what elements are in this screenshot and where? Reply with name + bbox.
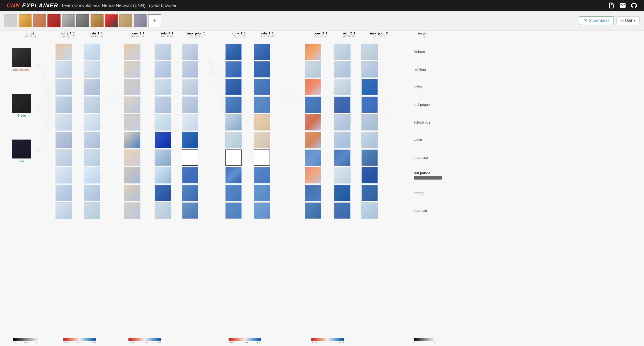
fmap-conv22-3[interactable]	[305, 97, 321, 113]
fmap-conv11-3[interactable]	[56, 97, 72, 113]
fmap-relu11-1[interactable]	[84, 61, 100, 78]
fmap-relu22-1[interactable]	[334, 61, 350, 78]
fmap-relu22-4[interactable]	[334, 114, 350, 131]
fmap-conv12-3[interactable]	[124, 97, 140, 113]
fmap-maxpool1-1[interactable]	[182, 61, 198, 78]
fmap-conv22-5[interactable]	[305, 132, 321, 148]
fmap-conv21-5[interactable]	[225, 132, 242, 148]
fmap-maxpool1-0[interactable]	[182, 44, 198, 60]
fmap-maxpool1-9[interactable]	[182, 202, 198, 219]
fmap-conv11-4[interactable]	[56, 114, 72, 131]
fmap-relu21-4[interactable]	[254, 114, 270, 131]
fmap-conv22-4[interactable]	[305, 114, 321, 131]
fmap-relu12-9[interactable]	[154, 202, 171, 219]
fmap-relu22-6[interactable]	[334, 149, 350, 166]
fmap-conv11-5[interactable]	[56, 132, 72, 148]
fmap-conv22-7[interactable]	[305, 167, 321, 183]
fmap-conv12-1[interactable]	[124, 61, 140, 78]
fmap-conv22-1[interactable]	[305, 61, 321, 78]
fmap-conv11-1[interactable]	[56, 61, 72, 78]
fmap-maxpool2-1[interactable]	[362, 61, 378, 78]
fmap-conv12-2[interactable]	[124, 79, 140, 95]
fmap-maxpool2-8[interactable]	[362, 185, 378, 201]
fmap-conv12-5[interactable]	[124, 132, 140, 148]
fmap-maxpool2-2[interactable]	[362, 79, 378, 95]
fmap-maxpool2-5[interactable]	[362, 132, 378, 148]
fmap-conv22-8[interactable]	[305, 185, 321, 201]
fmap-conv21-1[interactable]	[225, 61, 242, 78]
fmap-relu21-0[interactable]	[254, 44, 270, 60]
fmap-maxpool1-8[interactable]	[182, 185, 198, 201]
fmap-conv11-2[interactable]	[56, 79, 72, 95]
fmap-maxpool1-4[interactable]	[182, 114, 198, 131]
fmap-conv12-4[interactable]	[124, 114, 140, 131]
fmap-maxpool2-4[interactable]	[362, 114, 378, 131]
fmap-conv21-8[interactable]	[225, 185, 242, 201]
fmap-relu21-7[interactable]	[254, 167, 270, 183]
fmap-conv21-9[interactable]	[225, 202, 242, 219]
fmap-maxpool2-3[interactable]	[362, 97, 378, 113]
input-channel-red[interactable]: Red channel	[12, 48, 31, 72]
fmap-conv12-7[interactable]	[124, 167, 140, 183]
thumbnail-1[interactable]	[4, 14, 18, 27]
unit-button[interactable]: ⚪ Unit ▼	[616, 16, 640, 25]
fmap-relu11-9[interactable]	[84, 202, 100, 219]
fmap-maxpool1-3[interactable]	[182, 97, 198, 113]
email-icon[interactable]	[619, 2, 626, 9]
fmap-conv22-9[interactable]	[305, 202, 321, 219]
fmap-relu21-1[interactable]	[254, 61, 270, 78]
thumbnail-4[interactable]	[48, 14, 60, 27]
fmap-maxpool1-5[interactable]	[182, 132, 198, 148]
fmap-relu21-3[interactable]	[254, 97, 270, 113]
fmap-relu12-4[interactable]	[154, 114, 171, 131]
fmap-conv11-8[interactable]	[56, 185, 72, 201]
fmap-relu11-4[interactable]	[84, 114, 100, 131]
show-detail-button[interactable]: 👁 Show detail	[579, 16, 614, 25]
fmap-relu11-0[interactable]	[84, 44, 100, 60]
fmap-relu21-6-highlighted[interactable]	[254, 149, 270, 166]
github-icon[interactable]	[630, 2, 638, 9]
fmap-conv22-0[interactable]	[305, 44, 321, 60]
fmap-conv21-4[interactable]	[225, 114, 242, 131]
thumbnail-3[interactable]	[33, 14, 46, 27]
thumbnail-6[interactable]	[76, 14, 89, 27]
input-channel-green[interactable]: Green	[12, 94, 31, 117]
fmap-relu12-1[interactable]	[154, 61, 171, 78]
fmap-conv12-8[interactable]	[124, 185, 140, 201]
fmap-relu22-3[interactable]	[334, 97, 350, 113]
fmap-maxpool2-9[interactable]	[362, 202, 378, 219]
fmap-relu21-8[interactable]	[254, 185, 270, 201]
fmap-conv21-2[interactable]	[225, 79, 242, 95]
fmap-conv22-6[interactable]	[305, 149, 321, 166]
fmap-relu12-2[interactable]	[154, 79, 171, 95]
fmap-relu22-9[interactable]	[334, 202, 350, 219]
fmap-relu21-9[interactable]	[254, 202, 270, 219]
pdf-icon[interactable]	[608, 2, 615, 9]
fmap-maxpool1-2[interactable]	[182, 79, 198, 95]
fmap-conv12-0[interactable]	[124, 44, 140, 60]
fmap-relu12-3[interactable]	[154, 97, 171, 113]
thumbnail-9[interactable]	[119, 14, 132, 27]
fmap-conv11-0[interactable]	[56, 44, 72, 60]
fmap-conv11-7[interactable]	[56, 167, 72, 183]
fmap-relu11-5[interactable]	[84, 132, 100, 148]
fmap-maxpool1-7[interactable]	[182, 167, 198, 183]
fmap-relu22-7[interactable]	[334, 167, 350, 183]
thumbnail-8-active[interactable]	[105, 14, 118, 27]
fmap-relu11-3[interactable]	[84, 97, 100, 113]
thumbnail-10[interactable]	[134, 14, 147, 27]
fmap-relu21-5[interactable]	[254, 132, 270, 148]
fmap-conv11-6[interactable]	[56, 149, 72, 166]
thumbnail-7[interactable]	[90, 14, 104, 27]
fmap-conv21-6-highlighted[interactable]	[225, 149, 242, 166]
fmap-relu11-2[interactable]	[84, 79, 100, 95]
fmap-maxpool2-6[interactable]	[362, 149, 378, 166]
fmap-conv21-7[interactable]	[225, 167, 242, 183]
fmap-conv11-9[interactable]	[56, 202, 72, 219]
fmap-conv21-0[interactable]	[225, 44, 242, 60]
thumbnail-5[interactable]	[62, 14, 75, 27]
fmap-relu22-2[interactable]	[334, 79, 350, 95]
fmap-conv12-9[interactable]	[124, 202, 140, 219]
fmap-conv22-2[interactable]	[305, 79, 321, 95]
fmap-conv21-3[interactable]	[225, 97, 242, 113]
